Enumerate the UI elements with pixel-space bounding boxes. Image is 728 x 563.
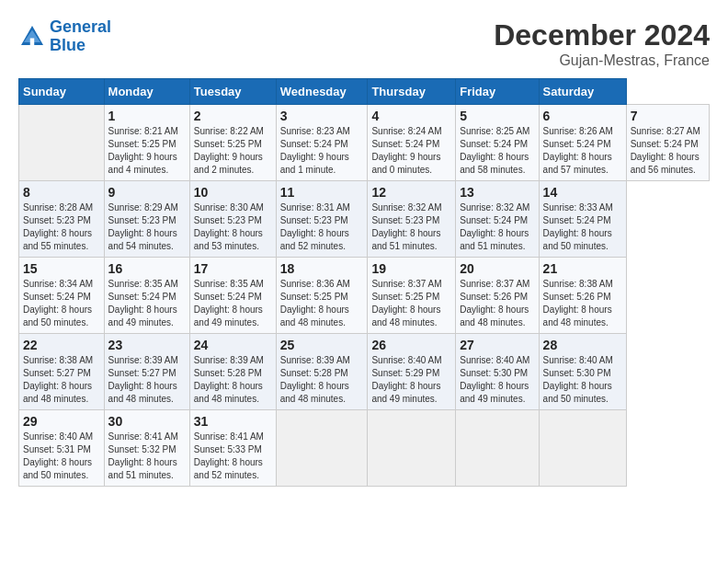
day-number: 3 bbox=[280, 109, 364, 123]
day-number: 30 bbox=[108, 414, 186, 429]
weekday-header: Friday bbox=[456, 79, 539, 105]
day-info: Sunrise: 8:40 AMSunset: 5:30 PMDaylight:… bbox=[460, 354, 534, 406]
logo-text: General Blue bbox=[50, 18, 111, 55]
day-info: Sunrise: 8:21 AMSunset: 5:25 PMDaylight:… bbox=[108, 125, 186, 177]
calendar-cell: 30Sunrise: 8:41 AMSunset: 5:32 PMDayligh… bbox=[104, 410, 189, 487]
day-info: Sunrise: 8:40 AMSunset: 5:29 PMDaylight:… bbox=[371, 354, 451, 406]
day-info: Sunrise: 8:34 AMSunset: 5:24 PMDaylight:… bbox=[23, 278, 100, 329]
calendar-cell: 12Sunrise: 8:32 AMSunset: 5:23 PMDayligh… bbox=[368, 181, 456, 258]
calendar-cell: 15Sunrise: 8:34 AMSunset: 5:24 PMDayligh… bbox=[19, 258, 105, 334]
day-number: 9 bbox=[108, 185, 186, 200]
day-info: Sunrise: 8:35 AMSunset: 5:24 PMDaylight:… bbox=[108, 278, 186, 329]
day-number: 1 bbox=[108, 109, 186, 123]
logo-icon bbox=[18, 23, 46, 51]
day-info: Sunrise: 8:24 AMSunset: 5:24 PMDaylight:… bbox=[371, 125, 451, 177]
day-info: Sunrise: 8:36 AMSunset: 5:25 PMDaylight:… bbox=[280, 278, 364, 329]
weekday-header: Monday bbox=[104, 79, 189, 105]
day-info: Sunrise: 8:40 AMSunset: 5:31 PMDaylight:… bbox=[23, 431, 100, 482]
day-number: 22 bbox=[23, 338, 100, 352]
day-info: Sunrise: 8:40 AMSunset: 5:30 PMDaylight:… bbox=[543, 354, 622, 406]
title-block: December 2024 Gujan-Mestras, France bbox=[494, 18, 710, 69]
day-info: Sunrise: 8:38 AMSunset: 5:26 PMDaylight:… bbox=[543, 278, 622, 329]
day-number: 13 bbox=[460, 185, 534, 200]
calendar-cell: 7Sunrise: 8:27 AMSunset: 5:24 PMDaylight… bbox=[626, 105, 709, 181]
calendar-cell: 22Sunrise: 8:38 AMSunset: 5:27 PMDayligh… bbox=[19, 334, 105, 410]
calendar-cell: 17Sunrise: 8:35 AMSunset: 5:24 PMDayligh… bbox=[189, 258, 276, 334]
day-info: Sunrise: 8:39 AMSunset: 5:27 PMDaylight:… bbox=[108, 354, 186, 406]
day-info: Sunrise: 8:32 AMSunset: 5:24 PMDaylight:… bbox=[460, 201, 534, 253]
day-info: Sunrise: 8:41 AMSunset: 5:33 PMDaylight:… bbox=[194, 431, 272, 482]
day-number: 19 bbox=[371, 261, 451, 276]
day-number: 16 bbox=[108, 261, 186, 276]
calendar-cell: 19Sunrise: 8:37 AMSunset: 5:25 PMDayligh… bbox=[368, 258, 456, 334]
day-number: 5 bbox=[460, 109, 534, 123]
day-info: Sunrise: 8:28 AMSunset: 5:23 PMDaylight:… bbox=[23, 201, 100, 253]
calendar-week-row: 29Sunrise: 8:40 AMSunset: 5:31 PMDayligh… bbox=[19, 410, 710, 487]
page-header: General Blue December 2024 Gujan-Mestras… bbox=[18, 18, 710, 69]
day-info: Sunrise: 8:27 AMSunset: 5:24 PMDaylight:… bbox=[631, 125, 705, 177]
calendar-cell: 6Sunrise: 8:26 AMSunset: 5:24 PMDaylight… bbox=[539, 105, 626, 181]
day-info: Sunrise: 8:39 AMSunset: 5:28 PMDaylight:… bbox=[194, 354, 272, 406]
calendar-cell: 14Sunrise: 8:33 AMSunset: 5:24 PMDayligh… bbox=[539, 181, 626, 258]
weekday-header: Sunday bbox=[19, 79, 105, 105]
day-info: Sunrise: 8:39 AMSunset: 5:28 PMDaylight:… bbox=[280, 354, 364, 406]
day-number: 23 bbox=[108, 338, 186, 352]
logo: General Blue bbox=[18, 18, 111, 55]
calendar-week-row: 22Sunrise: 8:38 AMSunset: 5:27 PMDayligh… bbox=[19, 334, 710, 410]
day-info: Sunrise: 8:26 AMSunset: 5:24 PMDaylight:… bbox=[543, 125, 622, 177]
weekday-header: Wednesday bbox=[276, 79, 368, 105]
subtitle: Gujan-Mestras, France bbox=[494, 52, 710, 69]
calendar-cell: 31Sunrise: 8:41 AMSunset: 5:33 PMDayligh… bbox=[189, 410, 276, 487]
day-number: 4 bbox=[371, 109, 451, 123]
day-info: Sunrise: 8:38 AMSunset: 5:27 PMDaylight:… bbox=[23, 354, 100, 406]
calendar-cell: 27Sunrise: 8:40 AMSunset: 5:30 PMDayligh… bbox=[456, 334, 539, 410]
day-number: 6 bbox=[543, 109, 622, 123]
day-number: 31 bbox=[194, 414, 272, 429]
calendar-cell: 2Sunrise: 8:22 AMSunset: 5:25 PMDaylight… bbox=[189, 105, 276, 181]
calendar-cell bbox=[276, 410, 368, 487]
calendar-week-row: 8Sunrise: 8:28 AMSunset: 5:23 PMDaylight… bbox=[19, 181, 710, 258]
calendar-cell: 5Sunrise: 8:25 AMSunset: 5:24 PMDaylight… bbox=[456, 105, 539, 181]
weekday-header: Tuesday bbox=[189, 79, 276, 105]
calendar-cell: 8Sunrise: 8:28 AMSunset: 5:23 PMDaylight… bbox=[19, 181, 105, 258]
main-title: December 2024 bbox=[494, 18, 710, 52]
day-number: 18 bbox=[280, 261, 364, 276]
day-info: Sunrise: 8:37 AMSunset: 5:25 PMDaylight:… bbox=[371, 278, 451, 329]
calendar-cell: 9Sunrise: 8:29 AMSunset: 5:23 PMDaylight… bbox=[104, 181, 189, 258]
day-number: 12 bbox=[371, 185, 451, 200]
calendar-cell: 21Sunrise: 8:38 AMSunset: 5:26 PMDayligh… bbox=[539, 258, 626, 334]
day-info: Sunrise: 8:29 AMSunset: 5:23 PMDaylight:… bbox=[108, 201, 186, 253]
weekday-header: Saturday bbox=[539, 79, 626, 105]
calendar-cell bbox=[368, 410, 456, 487]
calendar-cell: 18Sunrise: 8:36 AMSunset: 5:25 PMDayligh… bbox=[276, 258, 368, 334]
day-info: Sunrise: 8:31 AMSunset: 5:23 PMDaylight:… bbox=[280, 201, 364, 253]
calendar-cell: 1Sunrise: 8:21 AMSunset: 5:25 PMDaylight… bbox=[104, 105, 189, 181]
calendar-cell: 29Sunrise: 8:40 AMSunset: 5:31 PMDayligh… bbox=[19, 410, 105, 487]
logo-line1: General bbox=[50, 17, 111, 36]
day-info: Sunrise: 8:41 AMSunset: 5:32 PMDaylight:… bbox=[108, 431, 186, 482]
day-info: Sunrise: 8:33 AMSunset: 5:24 PMDaylight:… bbox=[543, 201, 622, 253]
calendar-week-row: 15Sunrise: 8:34 AMSunset: 5:24 PMDayligh… bbox=[19, 258, 710, 334]
day-info: Sunrise: 8:22 AMSunset: 5:25 PMDaylight:… bbox=[194, 125, 272, 177]
day-info: Sunrise: 8:23 AMSunset: 5:24 PMDaylight:… bbox=[280, 125, 364, 177]
calendar-cell: 13Sunrise: 8:32 AMSunset: 5:24 PMDayligh… bbox=[456, 181, 539, 258]
calendar-cell: 20Sunrise: 8:37 AMSunset: 5:26 PMDayligh… bbox=[456, 258, 539, 334]
day-number: 2 bbox=[194, 109, 272, 123]
calendar-cell bbox=[539, 410, 626, 487]
svg-rect-2 bbox=[30, 38, 35, 45]
day-info: Sunrise: 8:37 AMSunset: 5:26 PMDaylight:… bbox=[460, 278, 534, 329]
day-number: 15 bbox=[23, 261, 100, 276]
calendar-cell: 23Sunrise: 8:39 AMSunset: 5:27 PMDayligh… bbox=[104, 334, 189, 410]
logo-line2: Blue bbox=[50, 36, 85, 54]
calendar-cell: 16Sunrise: 8:35 AMSunset: 5:24 PMDayligh… bbox=[104, 258, 189, 334]
day-number: 24 bbox=[194, 338, 272, 352]
calendar-cell: 4Sunrise: 8:24 AMSunset: 5:24 PMDaylight… bbox=[368, 105, 456, 181]
day-number: 14 bbox=[543, 185, 622, 200]
calendar-cell bbox=[456, 410, 539, 487]
calendar-cell: 3Sunrise: 8:23 AMSunset: 5:24 PMDaylight… bbox=[276, 105, 368, 181]
calendar-table: SundayMondayTuesdayWednesdayThursdayFrid… bbox=[18, 78, 710, 487]
day-number: 20 bbox=[460, 261, 534, 276]
calendar-cell: 24Sunrise: 8:39 AMSunset: 5:28 PMDayligh… bbox=[189, 334, 276, 410]
day-info: Sunrise: 8:30 AMSunset: 5:23 PMDaylight:… bbox=[194, 201, 272, 253]
day-number: 11 bbox=[280, 185, 364, 200]
